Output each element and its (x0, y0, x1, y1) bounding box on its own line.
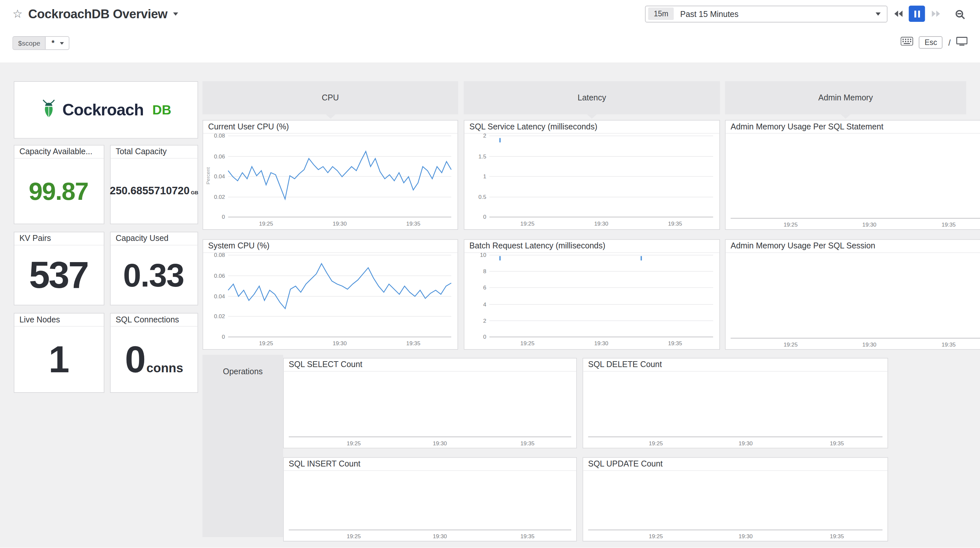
title-chevron-down-icon[interactable] (173, 12, 178, 15)
plot-area: 19:2519:3019:35 (731, 256, 980, 339)
plot-area: 024681019:2519:3019:35 (489, 256, 713, 337)
pause-button[interactable] (909, 6, 925, 22)
chart-batch-request-latency[interactable]: Batch Request Latency (milliseconds) 024… (464, 239, 720, 350)
chart-system-cpu[interactable]: System CPU (%) 00.020.040.060.0819:2519:… (203, 239, 458, 350)
dashboard-page: ☆ CockroachDB Overview 15m Past 15 Minut… (0, 0, 980, 548)
group-notch-down-icon (587, 114, 597, 119)
chart-sql-delete-count[interactable]: SQL DELETE Count 19:2519:3019:35 (583, 358, 888, 449)
esc-key-hint: Esc (919, 36, 943, 49)
title-area: ☆ CockroachDB Overview (13, 6, 178, 21)
stat-title: Live Nodes (14, 314, 104, 327)
group-header-cpu[interactable]: CPU (203, 81, 458, 114)
logo-wordmark: Cockroach (62, 100, 143, 119)
dashboard-canvas: CockroachDB Capacity Available... 99.87 … (0, 63, 980, 548)
stat-card-capacity-available[interactable]: Capacity Available... 99.87 (14, 145, 104, 224)
plot-area: 00.511.5219:2519:3019:35 (489, 136, 713, 218)
chart-title: SQL INSERT Count (284, 458, 576, 471)
slash-hint: / (948, 38, 951, 47)
chart-admin-memory-per-sql-statement[interactable]: Admin Memory Usage Per SQL Statement 19:… (725, 120, 980, 230)
stat-card-total-capacity[interactable]: Total Capacity 250.6855710720GB (110, 145, 198, 224)
sub-bar: $scope * Esc / (0, 27, 980, 62)
time-range-chevron-down-icon (876, 12, 880, 15)
skip-backward-icon (894, 11, 898, 17)
stat-title: KV Pairs (14, 232, 104, 245)
skip-backward-button[interactable] (890, 6, 906, 22)
stat-value: 537 (14, 245, 104, 305)
chart-title: System CPU (%) (203, 240, 458, 253)
chart-current-user-cpu[interactable]: Current User CPU (%) Percent 00.020.040.… (203, 120, 458, 230)
time-range-picker[interactable]: 15m Past 15 Minutes (645, 5, 887, 22)
scope-chevron-down-icon (60, 42, 64, 44)
stat-value: 250.6855710720GB (111, 159, 197, 224)
chart-admin-memory-per-sql-session[interactable]: Admin Memory Usage Per SQL Session 19:25… (725, 239, 980, 350)
plot-area: 00.020.040.060.0819:2519:3019:35 (228, 256, 451, 337)
plot-area: 19:2519:3019:35 (588, 473, 883, 530)
group-label: Admin Memory (818, 93, 873, 102)
chart-title: SQL UPDATE Count (583, 458, 887, 471)
stat-title: SQL Connections (111, 314, 197, 327)
plot-area: 00.020.040.060.0819:2519:3019:35 (228, 136, 451, 218)
chart-sql-insert-count[interactable]: SQL INSERT Count 19:2519:3019:35 (283, 457, 577, 542)
fullscreen-monitor-icon[interactable] (956, 37, 967, 48)
header-controls: 15m Past 15 Minutes (645, 5, 967, 22)
group-notch-down-icon (841, 114, 851, 119)
top-bar: ☆ CockroachDB Overview 15m Past 15 Minut… (0, 0, 980, 27)
chart-sql-select-count[interactable]: SQL SELECT Count 19:2519:3019:35 (283, 358, 577, 449)
chart-title: Admin Memory Usage Per SQL Statement (725, 121, 980, 133)
stat-value: 1 (14, 327, 104, 392)
zoom-button[interactable] (951, 6, 967, 22)
magnifier-icon (956, 10, 963, 17)
stat-title: Capacity Available... (14, 145, 104, 159)
keyboard-icon[interactable] (901, 37, 913, 48)
template-variable-scope[interactable]: $scope * (13, 36, 70, 50)
favorite-star-icon[interactable]: ☆ (13, 8, 22, 19)
stat-title: Capacity Used (111, 232, 197, 245)
stat-title: Total Capacity (111, 145, 197, 159)
pause-icon (914, 10, 916, 17)
chart-title: Admin Memory Usage Per SQL Session (725, 240, 980, 253)
scope-variable-name: $scope (13, 37, 46, 49)
plot-area: 19:2519:3019:35 (588, 374, 883, 437)
group-header-admin-memory[interactable]: Admin Memory (725, 81, 966, 114)
chart-title: SQL SELECT Count (284, 359, 576, 372)
chart-title: Current User CPU (%) (203, 121, 458, 133)
stat-value: 0.33 (111, 245, 197, 305)
plot-area: 19:2519:3019:35 (289, 374, 571, 437)
chart-sql-service-latency[interactable]: SQL Service Latency (milliseconds) 00.51… (464, 120, 720, 230)
shortcut-hints: Esc / (901, 36, 967, 49)
cockroach-bug-icon (40, 99, 57, 121)
group-header-latency[interactable]: Latency (464, 81, 720, 114)
stat-card-capacity-used[interactable]: Capacity Used 0.33 (110, 232, 198, 305)
scope-variable-value: * (46, 37, 60, 49)
plot-area: 19:2519:3019:35 (289, 473, 571, 530)
stat-card-kv-pairs[interactable]: KV Pairs 537 (14, 232, 104, 305)
group-label: CPU (322, 93, 339, 102)
group-label: Latency (578, 93, 606, 102)
group-header-operations[interactable]: Operations (203, 355, 283, 537)
chart-title: SQL Service Latency (milliseconds) (464, 121, 719, 133)
group-notch-down-icon (325, 114, 336, 119)
stat-value: 99.87 (14, 159, 104, 224)
stat-card-sql-connections[interactable]: SQL Connections 0conns (110, 313, 198, 393)
chart-title: SQL DELETE Count (583, 359, 887, 372)
cockroachdb-logo-card: CockroachDB (14, 81, 198, 138)
page-title: CockroachDB Overview (28, 6, 167, 21)
stat-card-live-nodes[interactable]: Live Nodes 1 (14, 313, 104, 393)
chart-title: Batch Request Latency (milliseconds) (464, 240, 719, 253)
skip-forward-button[interactable] (928, 6, 944, 22)
time-range-label: Past 15 Minutes (680, 9, 869, 19)
time-range-badge: 15m (648, 8, 674, 20)
chart-sql-update-count[interactable]: SQL UPDATE Count 19:2519:3019:35 (583, 457, 888, 542)
logo-suffix: DB (152, 102, 171, 118)
skip-forward-icon (931, 11, 935, 17)
group-label: Operations (223, 367, 262, 376)
plot-area: 19:2519:3019:35 (731, 136, 980, 219)
stat-value: 0conns (111, 327, 197, 392)
